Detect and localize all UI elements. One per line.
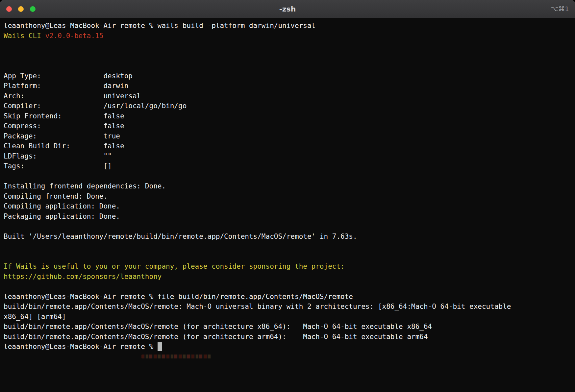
terminal-line: Packaging application: Done. bbox=[4, 211, 571, 222]
terminal-line: Clean Build Dir: false bbox=[4, 141, 571, 151]
terminal-text-segment: Compiling application: Done. bbox=[4, 202, 120, 210]
terminal-text-segment: App Type: desktop bbox=[4, 72, 133, 80]
terminal-text-segment: https://github.com/sponsors/leaanthony bbox=[4, 273, 162, 281]
terminal-text-segment: Skip Frontend: false bbox=[4, 112, 124, 120]
terminal-line: Compiler: /usr/local/go/bin/go bbox=[4, 101, 571, 111]
terminal-text-segment: Platform: darwin bbox=[4, 82, 128, 90]
terminal-text-segment: Package: true bbox=[4, 132, 120, 140]
terminal-line bbox=[4, 252, 571, 262]
terminal-line: https://github.com/sponsors/leaanthony bbox=[4, 272, 571, 282]
terminal-line: Tags: [] bbox=[4, 161, 571, 171]
window-title: -zsh bbox=[0, 5, 575, 13]
minimize-window-button[interactable] bbox=[18, 6, 24, 12]
terminal-line: x86_64] [arm64] bbox=[4, 312, 571, 322]
terminal-line: If Wails is useful to you or your compan… bbox=[4, 261, 571, 272]
terminal-text-segment: leaanthony@Leas-MacBook-Air remote % fil… bbox=[4, 293, 353, 301]
terminal-line: build/bin/remote.app/Contents/MacOS/remo… bbox=[4, 332, 571, 342]
zoom-window-button[interactable] bbox=[30, 6, 36, 12]
terminal-line: Compiling frontend: Done. bbox=[4, 191, 571, 202]
background-window-sliver bbox=[141, 355, 211, 358]
terminal-text-segment: Compress: false bbox=[4, 122, 124, 130]
terminal-text-segment: Wails CLI bbox=[4, 32, 45, 40]
terminal-text-segment: Arch: universal bbox=[4, 92, 141, 100]
terminal-line: leaanthony@Leas-MacBook-Air remote % bbox=[4, 342, 571, 352]
terminal-line: build/bin/remote.app/Contents/MacOS/remo… bbox=[4, 302, 571, 312]
terminal-line: Platform: darwin bbox=[4, 81, 571, 91]
terminal-line: Arch: universal bbox=[4, 91, 571, 101]
terminal-line: leaanthony@Leas-MacBook-Air remote % fil… bbox=[4, 292, 571, 302]
terminal-line: Skip Frontend: false bbox=[4, 111, 571, 121]
terminal-line bbox=[4, 282, 571, 292]
terminal-line: Installing frontend dependencies: Done. bbox=[4, 181, 571, 191]
terminal-line: LDFlags: "" bbox=[4, 151, 571, 161]
terminal-body[interactable]: leaanthony@Leas-MacBook-Air remote % wai… bbox=[0, 18, 575, 392]
terminal-text-segment: Tags: [] bbox=[4, 162, 112, 170]
terminal-line: Built '/Users/leaanthony/remote/build/bi… bbox=[4, 232, 571, 242]
traffic-lights bbox=[0, 6, 36, 12]
terminal-text-segment: LDFlags: "" bbox=[4, 152, 112, 160]
terminal-line: build/bin/remote.app/Contents/MacOS/remo… bbox=[4, 322, 571, 332]
terminal-line bbox=[4, 51, 571, 61]
terminal-text-segment: If Wails is useful to you or your compan… bbox=[4, 262, 345, 270]
terminal-text-segment: leaanthony@Leas-MacBook-Air remote % wai… bbox=[4, 22, 315, 30]
terminal-text-segment: Compiling frontend: Done. bbox=[4, 192, 108, 200]
terminal-line bbox=[4, 171, 571, 182]
terminal-text-segment: build/bin/remote.app/Contents/MacOS/remo… bbox=[4, 333, 428, 341]
terminal-line bbox=[4, 61, 571, 71]
terminal-line: Package: true bbox=[4, 131, 571, 141]
terminal-line bbox=[4, 241, 571, 252]
terminal-line: Compiling application: Done. bbox=[4, 201, 571, 211]
terminal-text-segment: build/bin/remote.app/Contents/MacOS/remo… bbox=[4, 323, 432, 331]
window-shortcut-badge: ⌥⌘1 bbox=[551, 5, 569, 13]
terminal-line: Compress: false bbox=[4, 121, 571, 131]
terminal-line: leaanthony@Leas-MacBook-Air remote % wai… bbox=[4, 21, 571, 31]
window-titlebar: -zsh ⌥⌘1 bbox=[0, 0, 575, 18]
terminal-text-segment: v2.0.0-beta.15 bbox=[45, 32, 103, 40]
terminal-window: -zsh ⌥⌘1 leaanthony@Leas-MacBook-Air rem… bbox=[0, 0, 575, 392]
terminal-text-segment: leaanthony@Leas-MacBook-Air remote % bbox=[4, 343, 158, 351]
terminal-line: Wails CLI v2.0.0-beta.15 bbox=[4, 31, 571, 41]
terminal-text-segment: x86_64] [arm64] bbox=[4, 313, 66, 321]
terminal-text-segment: Compiler: /usr/local/go/bin/go bbox=[4, 102, 187, 110]
terminal-line bbox=[4, 41, 571, 51]
terminal-line bbox=[4, 221, 571, 232]
terminal-text-segment: Installing frontend dependencies: Done. bbox=[4, 182, 166, 190]
terminal-text-segment: Clean Build Dir: false bbox=[4, 142, 124, 150]
terminal-text-segment: Built '/Users/leaanthony/remote/build/bi… bbox=[4, 233, 357, 240]
terminal-text-segment: Packaging application: Done. bbox=[4, 212, 120, 220]
close-window-button[interactable] bbox=[6, 6, 12, 12]
terminal-text-segment: build/bin/remote.app/Contents/MacOS/remo… bbox=[4, 303, 511, 310]
terminal-line: App Type: desktop bbox=[4, 71, 571, 81]
terminal-cursor bbox=[158, 342, 162, 351]
